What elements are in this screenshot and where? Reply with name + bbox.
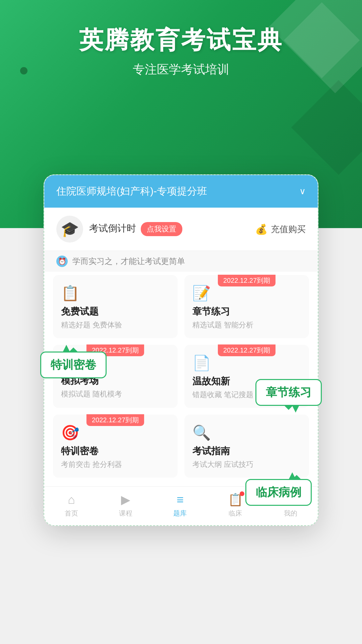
grid-item-free[interactable]: 📋 免费试题 精选好题 免费体验 bbox=[53, 275, 178, 338]
review-tag: 2022.12.27到期 bbox=[218, 344, 276, 356]
grid-item-chapter[interactable]: 2022.12.27到期 📝 章节练习 精选试题 智能分析 bbox=[184, 275, 309, 338]
home-icon: ⌂ bbox=[68, 493, 75, 507]
hero-dot bbox=[20, 67, 27, 74]
question-label: 题库 bbox=[173, 509, 187, 518]
course-label: 课程 bbox=[119, 509, 132, 518]
callout-chapter: 章节练习 bbox=[255, 379, 322, 406]
secret-tag: 2022.12.27到期 bbox=[86, 414, 144, 426]
question-icon: ≡ bbox=[177, 493, 184, 507]
nav-question[interactable]: ≡ 题库 bbox=[173, 493, 187, 518]
home-label: 首页 bbox=[65, 509, 78, 518]
bottom-spacer bbox=[0, 526, 362, 566]
recharge-label: 充值购买 bbox=[271, 223, 306, 235]
grid-item-secret[interactable]: 2022.12.27到期 🎯 特训密卷 考前突击 抢分利器 bbox=[53, 415, 178, 478]
clinical-label: 临床 bbox=[229, 509, 242, 518]
nav-course[interactable]: ▶ 课程 bbox=[119, 493, 132, 518]
free-desc: 精选好题 免费体验 bbox=[61, 320, 170, 330]
course-icon: ▶ bbox=[121, 493, 130, 507]
chapter-desc: 精选试题 智能分析 bbox=[192, 320, 301, 330]
countdown-info: 考试倒计时 点我设置 bbox=[89, 222, 182, 236]
nav-clinical[interactable]: 📋 临床 bbox=[228, 493, 243, 518]
free-icon: 📋 bbox=[61, 284, 170, 302]
chapter-icon: 📝 bbox=[192, 284, 301, 302]
callout-secret: 特训密卷 bbox=[40, 352, 107, 378]
countdown-set-btn[interactable]: 点我设置 bbox=[141, 222, 182, 236]
recharge-btn[interactable]: 💰 充值购买 bbox=[255, 223, 306, 235]
doctor-avatar: 🎓 bbox=[56, 216, 83, 243]
guide-title: 考试指南 bbox=[192, 445, 301, 458]
app-card: 住院医师规培(妇产科)-专项提分班 ∨ 🎓 考试倒计时 点我设置 💰 充值购买 bbox=[44, 174, 318, 526]
hero-diamond-3 bbox=[291, 80, 362, 175]
callout-clinical: 临床病例 bbox=[245, 479, 312, 506]
app-header-arrow: ∨ bbox=[299, 186, 306, 197]
countdown-section: 🎓 考试倒计时 点我设置 💰 充值购买 bbox=[44, 208, 318, 251]
coin-icon: 💰 bbox=[255, 223, 267, 235]
secret-title: 特训密卷 bbox=[61, 445, 170, 458]
hero-title: 英腾教育考试宝典 bbox=[79, 27, 283, 53]
countdown-label: 考试倒计时 bbox=[89, 223, 136, 233]
app-header-title: 住院医师规培(妇产科)-专项提分班 bbox=[56, 184, 207, 198]
phone-mockup: 章节练习 特训密卷 住院医师规培(妇产科)-专项提分班 ∨ 🎓 bbox=[44, 174, 318, 526]
callout-clinical-arrow bbox=[287, 471, 297, 481]
hero-subtitle: 专注医学考试培训 bbox=[133, 61, 229, 78]
app-header[interactable]: 住院医师规培(妇产科)-专项提分班 ∨ bbox=[44, 175, 318, 208]
motto-bar: ⏰ 学而实习之，才能让考试更简单 bbox=[44, 251, 318, 272]
callout-secret-arrow bbox=[61, 343, 71, 353]
grid-item-guide[interactable]: 🔍 考试指南 考试大纲 应试技巧 bbox=[184, 415, 309, 478]
secret-desc: 考前突击 抢分利器 bbox=[61, 460, 170, 470]
mine-label: 我的 bbox=[284, 509, 297, 518]
mock-desc: 模拟试题 随机模考 bbox=[61, 389, 170, 399]
guide-desc: 考试大纲 应试技巧 bbox=[192, 460, 301, 470]
free-title: 免费试题 bbox=[61, 305, 170, 318]
clock-icon: ⏰ bbox=[56, 256, 68, 267]
nav-home[interactable]: ⌂ 首页 bbox=[65, 493, 78, 518]
callout-chapter-arrow bbox=[291, 404, 301, 414]
review-icon: 📄 bbox=[192, 354, 301, 372]
chapter-tag: 2022.12.27到期 bbox=[218, 275, 276, 286]
chapter-title: 章节练习 bbox=[192, 305, 301, 318]
secret-icon: 🎯 bbox=[61, 424, 170, 441]
motto-text: 学而实习之，才能让考试更简单 bbox=[72, 256, 185, 267]
guide-icon: 🔍 bbox=[192, 424, 301, 441]
page-wrapper: 英腾教育考试宝典 专注医学考试培训 章节练习 特训密卷 住院医师规培(妇产科)-… bbox=[0, 0, 362, 644]
clinical-icon: 📋 bbox=[228, 493, 243, 507]
countdown-left: 🎓 考试倒计时 点我设置 bbox=[56, 216, 182, 243]
